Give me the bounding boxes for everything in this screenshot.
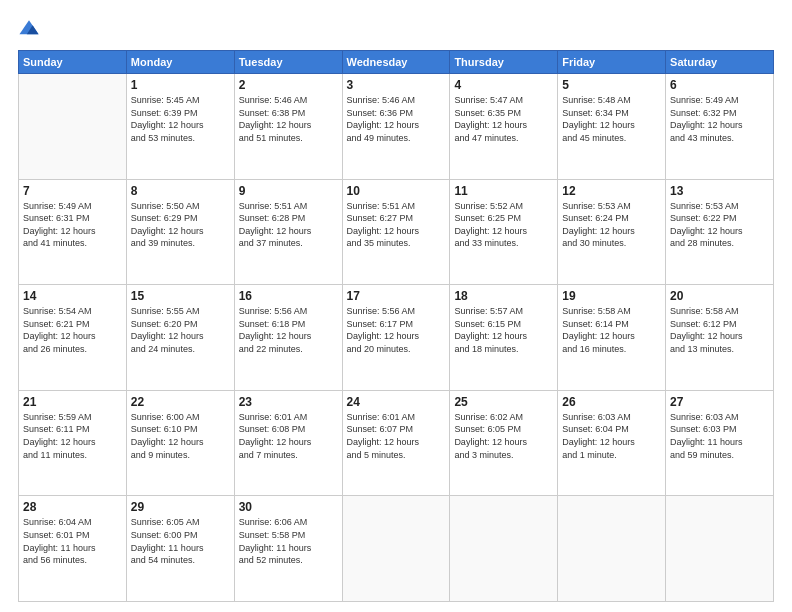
day-number: 23 bbox=[239, 395, 338, 409]
day-info: Sunrise: 5:56 AM Sunset: 6:18 PM Dayligh… bbox=[239, 305, 338, 355]
day-number: 8 bbox=[131, 184, 230, 198]
calendar-cell: 12Sunrise: 5:53 AM Sunset: 6:24 PM Dayli… bbox=[558, 179, 666, 285]
day-number: 1 bbox=[131, 78, 230, 92]
calendar-cell bbox=[666, 496, 774, 602]
calendar-cell bbox=[342, 496, 450, 602]
calendar-cell: 16Sunrise: 5:56 AM Sunset: 6:18 PM Dayli… bbox=[234, 285, 342, 391]
weekday-header-friday: Friday bbox=[558, 51, 666, 74]
calendar-cell: 5Sunrise: 5:48 AM Sunset: 6:34 PM Daylig… bbox=[558, 74, 666, 180]
calendar-cell: 3Sunrise: 5:46 AM Sunset: 6:36 PM Daylig… bbox=[342, 74, 450, 180]
calendar-cell: 1Sunrise: 5:45 AM Sunset: 6:39 PM Daylig… bbox=[126, 74, 234, 180]
day-number: 25 bbox=[454, 395, 553, 409]
calendar-cell: 20Sunrise: 5:58 AM Sunset: 6:12 PM Dayli… bbox=[666, 285, 774, 391]
day-number: 26 bbox=[562, 395, 661, 409]
day-info: Sunrise: 5:45 AM Sunset: 6:39 PM Dayligh… bbox=[131, 94, 230, 144]
day-number: 14 bbox=[23, 289, 122, 303]
logo bbox=[18, 18, 44, 40]
day-info: Sunrise: 6:03 AM Sunset: 6:03 PM Dayligh… bbox=[670, 411, 769, 461]
day-number: 15 bbox=[131, 289, 230, 303]
day-info: Sunrise: 5:49 AM Sunset: 6:31 PM Dayligh… bbox=[23, 200, 122, 250]
calendar-cell: 26Sunrise: 6:03 AM Sunset: 6:04 PM Dayli… bbox=[558, 390, 666, 496]
calendar-cell: 21Sunrise: 5:59 AM Sunset: 6:11 PM Dayli… bbox=[19, 390, 127, 496]
day-info: Sunrise: 5:58 AM Sunset: 6:12 PM Dayligh… bbox=[670, 305, 769, 355]
day-number: 24 bbox=[347, 395, 446, 409]
day-info: Sunrise: 6:04 AM Sunset: 6:01 PM Dayligh… bbox=[23, 516, 122, 566]
day-number: 10 bbox=[347, 184, 446, 198]
calendar-cell: 30Sunrise: 6:06 AM Sunset: 5:58 PM Dayli… bbox=[234, 496, 342, 602]
calendar-week-5: 28Sunrise: 6:04 AM Sunset: 6:01 PM Dayli… bbox=[19, 496, 774, 602]
day-number: 19 bbox=[562, 289, 661, 303]
day-info: Sunrise: 6:01 AM Sunset: 6:08 PM Dayligh… bbox=[239, 411, 338, 461]
day-info: Sunrise: 5:52 AM Sunset: 6:25 PM Dayligh… bbox=[454, 200, 553, 250]
day-info: Sunrise: 5:50 AM Sunset: 6:29 PM Dayligh… bbox=[131, 200, 230, 250]
day-info: Sunrise: 5:56 AM Sunset: 6:17 PM Dayligh… bbox=[347, 305, 446, 355]
page: SundayMondayTuesdayWednesdayThursdayFrid… bbox=[0, 0, 792, 612]
day-number: 27 bbox=[670, 395, 769, 409]
day-number: 6 bbox=[670, 78, 769, 92]
day-number: 9 bbox=[239, 184, 338, 198]
calendar-cell: 8Sunrise: 5:50 AM Sunset: 6:29 PM Daylig… bbox=[126, 179, 234, 285]
weekday-header-sunday: Sunday bbox=[19, 51, 127, 74]
day-info: Sunrise: 5:51 AM Sunset: 6:27 PM Dayligh… bbox=[347, 200, 446, 250]
day-info: Sunrise: 6:02 AM Sunset: 6:05 PM Dayligh… bbox=[454, 411, 553, 461]
day-number: 7 bbox=[23, 184, 122, 198]
day-info: Sunrise: 5:54 AM Sunset: 6:21 PM Dayligh… bbox=[23, 305, 122, 355]
weekday-header-tuesday: Tuesday bbox=[234, 51, 342, 74]
calendar-cell: 18Sunrise: 5:57 AM Sunset: 6:15 PM Dayli… bbox=[450, 285, 558, 391]
day-number: 18 bbox=[454, 289, 553, 303]
calendar-week-4: 21Sunrise: 5:59 AM Sunset: 6:11 PM Dayli… bbox=[19, 390, 774, 496]
day-number: 22 bbox=[131, 395, 230, 409]
calendar-cell: 2Sunrise: 5:46 AM Sunset: 6:38 PM Daylig… bbox=[234, 74, 342, 180]
calendar-cell bbox=[450, 496, 558, 602]
day-number: 12 bbox=[562, 184, 661, 198]
calendar-cell: 10Sunrise: 5:51 AM Sunset: 6:27 PM Dayli… bbox=[342, 179, 450, 285]
header bbox=[18, 18, 774, 40]
calendar-week-2: 7Sunrise: 5:49 AM Sunset: 6:31 PM Daylig… bbox=[19, 179, 774, 285]
day-info: Sunrise: 5:47 AM Sunset: 6:35 PM Dayligh… bbox=[454, 94, 553, 144]
day-number: 5 bbox=[562, 78, 661, 92]
calendar-cell: 11Sunrise: 5:52 AM Sunset: 6:25 PM Dayli… bbox=[450, 179, 558, 285]
calendar-week-3: 14Sunrise: 5:54 AM Sunset: 6:21 PM Dayli… bbox=[19, 285, 774, 391]
calendar-cell: 19Sunrise: 5:58 AM Sunset: 6:14 PM Dayli… bbox=[558, 285, 666, 391]
calendar-cell bbox=[558, 496, 666, 602]
day-info: Sunrise: 5:57 AM Sunset: 6:15 PM Dayligh… bbox=[454, 305, 553, 355]
calendar-cell: 25Sunrise: 6:02 AM Sunset: 6:05 PM Dayli… bbox=[450, 390, 558, 496]
day-info: Sunrise: 5:49 AM Sunset: 6:32 PM Dayligh… bbox=[670, 94, 769, 144]
day-info: Sunrise: 5:59 AM Sunset: 6:11 PM Dayligh… bbox=[23, 411, 122, 461]
day-info: Sunrise: 6:00 AM Sunset: 6:10 PM Dayligh… bbox=[131, 411, 230, 461]
day-number: 3 bbox=[347, 78, 446, 92]
day-info: Sunrise: 5:48 AM Sunset: 6:34 PM Dayligh… bbox=[562, 94, 661, 144]
calendar-table: SundayMondayTuesdayWednesdayThursdayFrid… bbox=[18, 50, 774, 602]
weekday-header-monday: Monday bbox=[126, 51, 234, 74]
day-number: 16 bbox=[239, 289, 338, 303]
day-info: Sunrise: 5:53 AM Sunset: 6:24 PM Dayligh… bbox=[562, 200, 661, 250]
calendar-cell bbox=[19, 74, 127, 180]
day-number: 28 bbox=[23, 500, 122, 514]
day-info: Sunrise: 5:55 AM Sunset: 6:20 PM Dayligh… bbox=[131, 305, 230, 355]
calendar-cell: 22Sunrise: 6:00 AM Sunset: 6:10 PM Dayli… bbox=[126, 390, 234, 496]
day-number: 13 bbox=[670, 184, 769, 198]
calendar-cell: 23Sunrise: 6:01 AM Sunset: 6:08 PM Dayli… bbox=[234, 390, 342, 496]
day-number: 4 bbox=[454, 78, 553, 92]
day-info: Sunrise: 5:51 AM Sunset: 6:28 PM Dayligh… bbox=[239, 200, 338, 250]
calendar-cell: 27Sunrise: 6:03 AM Sunset: 6:03 PM Dayli… bbox=[666, 390, 774, 496]
weekday-header-thursday: Thursday bbox=[450, 51, 558, 74]
calendar-cell: 14Sunrise: 5:54 AM Sunset: 6:21 PM Dayli… bbox=[19, 285, 127, 391]
day-info: Sunrise: 6:03 AM Sunset: 6:04 PM Dayligh… bbox=[562, 411, 661, 461]
day-number: 30 bbox=[239, 500, 338, 514]
calendar-cell: 24Sunrise: 6:01 AM Sunset: 6:07 PM Dayli… bbox=[342, 390, 450, 496]
day-info: Sunrise: 5:46 AM Sunset: 6:36 PM Dayligh… bbox=[347, 94, 446, 144]
day-number: 21 bbox=[23, 395, 122, 409]
calendar-cell: 9Sunrise: 5:51 AM Sunset: 6:28 PM Daylig… bbox=[234, 179, 342, 285]
day-number: 17 bbox=[347, 289, 446, 303]
calendar-cell: 13Sunrise: 5:53 AM Sunset: 6:22 PM Dayli… bbox=[666, 179, 774, 285]
day-info: Sunrise: 6:05 AM Sunset: 6:00 PM Dayligh… bbox=[131, 516, 230, 566]
calendar-cell: 15Sunrise: 5:55 AM Sunset: 6:20 PM Dayli… bbox=[126, 285, 234, 391]
day-info: Sunrise: 6:01 AM Sunset: 6:07 PM Dayligh… bbox=[347, 411, 446, 461]
day-number: 20 bbox=[670, 289, 769, 303]
logo-icon bbox=[18, 18, 40, 40]
day-number: 11 bbox=[454, 184, 553, 198]
calendar-cell: 28Sunrise: 6:04 AM Sunset: 6:01 PM Dayli… bbox=[19, 496, 127, 602]
weekday-header-row: SundayMondayTuesdayWednesdayThursdayFrid… bbox=[19, 51, 774, 74]
weekday-header-saturday: Saturday bbox=[666, 51, 774, 74]
